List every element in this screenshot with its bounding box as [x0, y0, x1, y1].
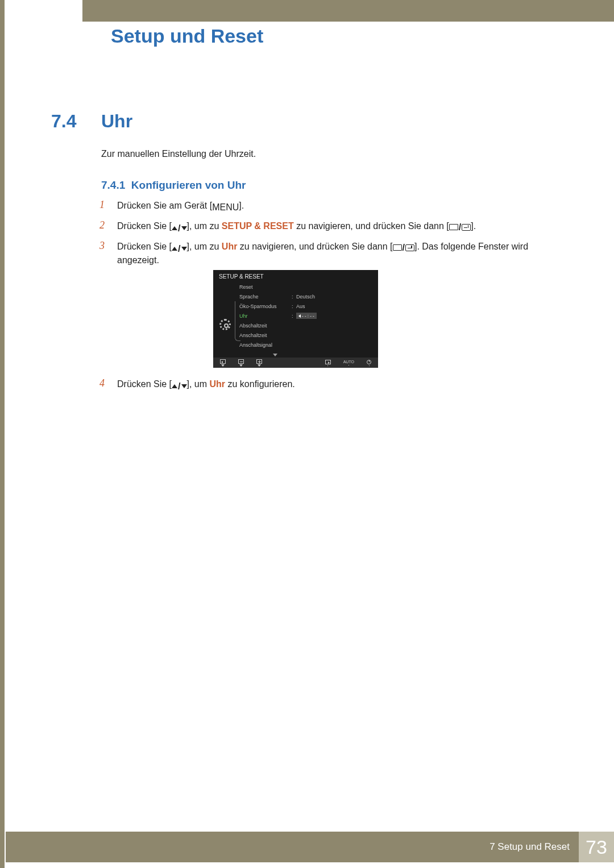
step-2: 2 Drücken Sie [/], um zu SETUP & RESET z…	[99, 219, 566, 232]
footer-chapter: 7 Setup und Reset	[489, 832, 579, 862]
power-icon	[367, 360, 371, 364]
top-bar	[54, 0, 614, 22]
osd-title: SETUP & RESET	[213, 270, 378, 282]
step-1: 1 Drücken Sie am Gerät [MENU].	[99, 199, 566, 212]
page-title: Setup und Reset	[111, 25, 263, 47]
osd-bottom-bar: AUTO	[213, 358, 378, 368]
step-number: 4	[99, 377, 107, 389]
osd-items: Reset Sprache:Deutsch Öko-Sparmodus:Aus …	[237, 282, 378, 350]
osd-row-selected: Uhr:- - : - -	[237, 311, 372, 321]
osd-screenshot: SETUP & RESET Reset Sprache:Deutsch Öko-…	[213, 270, 378, 368]
step-number: 2	[99, 219, 107, 231]
left-edge-bar	[0, 0, 5, 868]
section-title: Uhr	[101, 111, 132, 132]
source-enter-icon: /	[393, 244, 414, 252]
footer-page-number: 73	[579, 832, 614, 862]
step-4: 4 Drücken Sie [/], um Uhr zu konfigurier…	[99, 377, 566, 391]
footer: 7 Setup und Reset 73	[6, 832, 614, 862]
chevron-down-icon	[273, 354, 277, 356]
step-number: 1	[99, 199, 107, 211]
source-enter-icon: /	[449, 223, 471, 231]
up-down-icon: /	[172, 225, 186, 232]
section-number: 7.4	[51, 111, 76, 132]
step-number: 3	[99, 240, 107, 252]
up-down-icon: /	[172, 245, 186, 253]
subsection-heading: 7.4.1 Konfigurieren von Uhr	[101, 179, 246, 192]
menu-button-label: MENU	[212, 201, 239, 210]
step-3: 3 Drücken Sie [/], um zu Uhr zu navigier…	[99, 240, 566, 266]
section-description: Zur manuellen Einstellung der Uhrzeit.	[101, 149, 256, 159]
gear-icon	[219, 319, 231, 330]
chapter-tab	[54, 0, 82, 27]
up-down-icon: /	[172, 382, 186, 390]
